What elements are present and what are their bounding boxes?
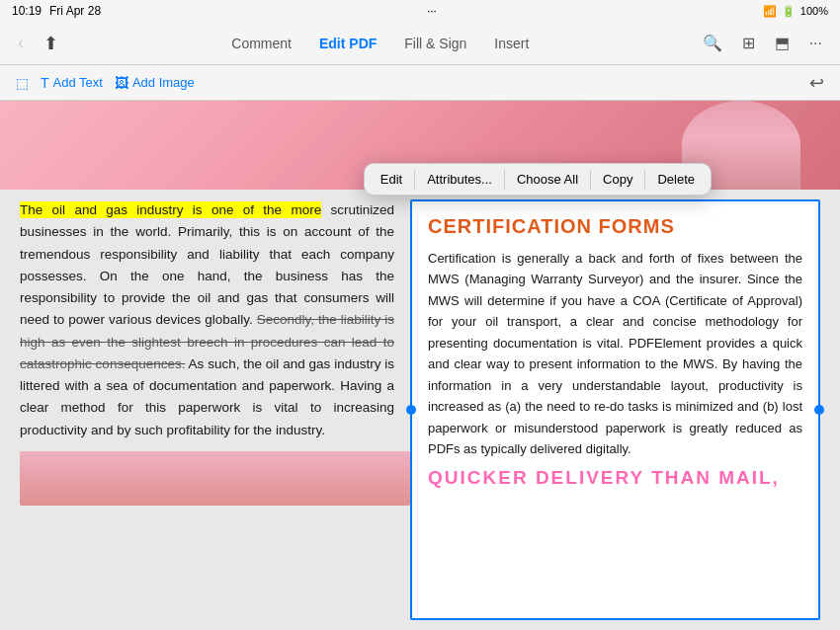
status-left: 10:19 Fri Apr 28 xyxy=(12,4,101,18)
wifi-icon: 📶 xyxy=(763,5,777,18)
tab-editpdf[interactable]: Edit PDF xyxy=(305,30,390,57)
undo-button[interactable]: ↩ xyxy=(809,72,824,94)
more-icon: ··· xyxy=(427,4,437,18)
ctx-copy-button[interactable]: Copy xyxy=(591,166,644,193)
ctx-attributes-button[interactable]: Attributes... xyxy=(415,166,504,193)
tab-insert[interactable]: Insert xyxy=(480,30,543,57)
secondary-toolbar: ⬚ T Add Text 🖼 Add Image ↩ xyxy=(0,65,840,101)
ctx-edit-button[interactable]: Edit xyxy=(369,166,414,193)
toolbar-right: 🔍 ⊞ ⬒ ··· xyxy=(697,30,828,56)
left-handle[interactable] xyxy=(406,405,416,415)
add-image-label: Add Image xyxy=(132,75,195,90)
status-time: 10:19 xyxy=(12,4,42,18)
select-area-button[interactable]: ⬚ xyxy=(16,75,29,91)
text-icon: T xyxy=(41,75,49,91)
ctx-chooseall-button[interactable]: Choose All xyxy=(505,166,590,193)
tab-fillsign[interactable]: Fill & Sign xyxy=(390,30,480,57)
back-button[interactable]: ‹ xyxy=(12,29,30,57)
add-image-button[interactable]: 🖼 Add Image xyxy=(115,75,195,91)
toolbar-center: Comment Edit PDF Fill & Sign Insert xyxy=(68,30,693,57)
ctx-delete-button[interactable]: Delete xyxy=(645,166,707,193)
tab-comment[interactable]: Comment xyxy=(217,30,305,57)
status-day: Fri Apr 28 xyxy=(49,4,101,18)
search-button[interactable]: 🔍 xyxy=(697,30,728,56)
highlighted-text: The oil and gas industry is one of the m… xyxy=(20,201,321,218)
left-column-wrapper: The oil and gas industry is one of the m… xyxy=(20,199,410,620)
status-right: 📶 🔋 100% xyxy=(763,5,828,18)
content-columns: The oil and gas industry is one of the m… xyxy=(0,190,840,630)
image-icon: 🖼 xyxy=(115,75,128,91)
main-toolbar: ‹ ⬆ Comment Edit PDF Fill & Sign Insert … xyxy=(0,22,840,65)
more-menu-button[interactable]: ··· xyxy=(803,31,828,56)
toolbar-left: ‹ ⬆ xyxy=(12,29,64,58)
share-button[interactable]: ⬆ xyxy=(38,29,64,58)
export-button[interactable]: ⬒ xyxy=(769,30,796,56)
right-column-title: CERTIFICATION FORMS xyxy=(428,215,802,238)
right-column: CERTIFICATION FORMS Certification is gen… xyxy=(410,199,820,620)
right-handle[interactable] xyxy=(814,405,824,415)
battery-icon: 🔋 xyxy=(782,5,796,18)
bottom-title: QUICKER DELIVERY THAN MAIL, xyxy=(428,467,802,489)
battery-level: 100% xyxy=(800,5,828,17)
strikethrough-text: Secondly, the liability is high as even … xyxy=(20,312,394,371)
grid-button[interactable]: ⊞ xyxy=(736,30,761,56)
context-menu: Edit Attributes... Choose All Copy Delet… xyxy=(364,163,712,196)
status-center: ··· xyxy=(427,4,437,18)
add-text-button[interactable]: T Add Text xyxy=(41,75,103,91)
left-column: The oil and gas industry is one of the m… xyxy=(20,199,410,441)
left-paragraph: The oil and gas industry is one of the m… xyxy=(20,199,394,441)
status-bar: 10:19 Fri Apr 28 ··· 📶 🔋 100% xyxy=(0,0,840,22)
select-icon: ⬚ xyxy=(16,75,29,91)
right-column-body: Certification is generally a back and fo… xyxy=(428,248,802,459)
bottom-strip-inner xyxy=(20,451,410,506)
bottom-strip-image xyxy=(20,451,410,506)
main-content: Edit Attributes... Choose All Copy Delet… xyxy=(0,101,840,630)
add-text-label: Add Text xyxy=(53,75,103,90)
